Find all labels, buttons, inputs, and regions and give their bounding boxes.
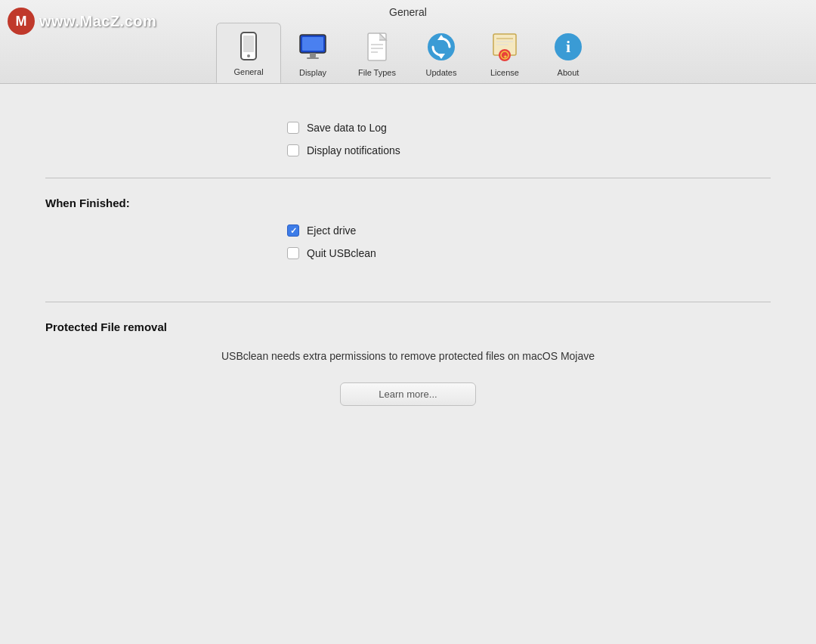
- watermark: M www.MacZ.com: [8, 8, 156, 35]
- when-finished-header: When Finished:: [45, 197, 771, 209]
- quit-usbclean-label: Quit USBclean: [307, 247, 376, 259]
- tab-about-label: About: [558, 68, 580, 77]
- save-data-row: Save data to Log: [287, 122, 529, 134]
- divider-2: [45, 302, 771, 302]
- display-notifications-checkbox[interactable]: [287, 144, 299, 156]
- protected-file-section: Protected File removal USBclean needs ex…: [45, 320, 771, 406]
- content-area: Save data to Log Display notifications W…: [0, 84, 816, 644]
- tab-general-label: General: [233, 67, 263, 76]
- general-icon: [230, 28, 267, 64]
- watermark-text: www.MacZ.com: [39, 13, 156, 30]
- svg-rect-8: [307, 57, 319, 59]
- top-checkbox-section: Save data to Log Display notifications: [45, 122, 771, 156]
- quit-usbclean-row: Quit USBclean: [287, 247, 529, 259]
- svg-point-4: [247, 54, 250, 57]
- svg-rect-6: [302, 37, 323, 51]
- app-window: M www.MacZ.com General General: [0, 0, 816, 644]
- tab-license[interactable]: ★ License: [473, 24, 536, 83]
- updates-icon: [423, 29, 459, 65]
- macz-logo-icon: M: [8, 8, 35, 35]
- when-finished-section: When Finished: Eject drive Quit USBclean: [45, 197, 771, 280]
- tab-display-label: Display: [299, 68, 326, 77]
- window-title: General: [389, 6, 427, 18]
- tab-general[interactable]: General: [216, 23, 281, 83]
- tab-about[interactable]: i About: [536, 24, 600, 83]
- eject-drive-row: Eject drive: [287, 224, 529, 237]
- svg-rect-3: [243, 36, 254, 52]
- display-notifications-label: Display notifications: [307, 144, 400, 156]
- svg-text:i: i: [566, 37, 570, 56]
- divider-1: [45, 178, 771, 178]
- tab-updates[interactable]: Updates: [410, 24, 473, 83]
- svg-rect-7: [310, 53, 316, 57]
- protected-file-header: Protected File removal: [45, 320, 771, 333]
- learn-more-button[interactable]: Learn more...: [340, 382, 476, 406]
- tab-display[interactable]: Display: [281, 24, 345, 83]
- display-notifications-row: Display notifications: [287, 144, 529, 156]
- eject-drive-label: Eject drive: [307, 224, 356, 237]
- license-icon: ★: [487, 29, 523, 65]
- display-icon: [295, 29, 331, 65]
- tab-filetypes-label: File Types: [358, 68, 396, 77]
- quit-usbclean-checkbox[interactable]: [287, 247, 299, 259]
- filetypes-icon: [359, 29, 395, 65]
- toolbar: General Display: [193, 23, 623, 83]
- protected-file-description: USBclean needs extra permissions to remo…: [45, 348, 771, 364]
- about-icon: i: [550, 29, 586, 65]
- save-data-label: Save data to Log: [307, 122, 387, 134]
- tab-filetypes[interactable]: File Types: [345, 24, 410, 83]
- tab-updates-label: Updates: [425, 68, 456, 77]
- when-finished-checkboxes: Eject drive Quit USBclean: [45, 224, 771, 259]
- tab-license-label: License: [490, 68, 519, 77]
- save-data-checkbox[interactable]: [287, 122, 299, 134]
- svg-text:M: M: [16, 14, 27, 29]
- eject-drive-checkbox[interactable]: [287, 224, 299, 237]
